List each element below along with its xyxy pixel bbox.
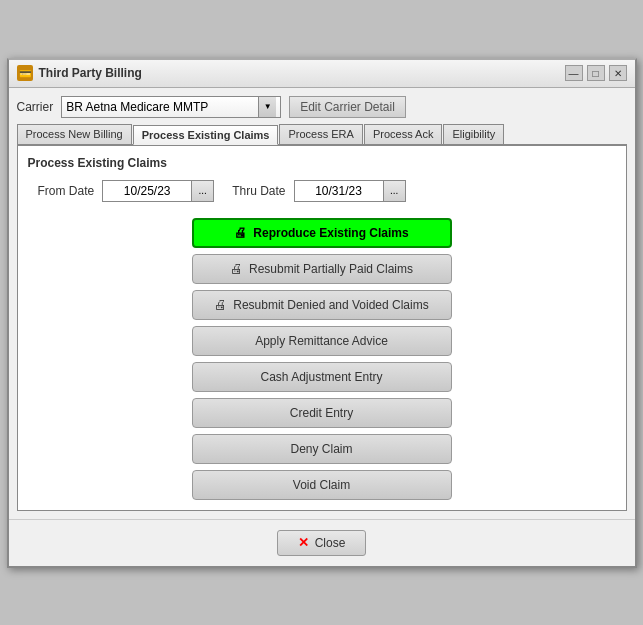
reproduce-icon: 🖨 [234,225,247,240]
title-bar: 💳 Third Party Billing — □ ✕ [9,60,635,88]
tab-process-ack[interactable]: Process Ack [364,124,443,144]
resubmit-denied-voided-button[interactable]: 🖨 Resubmit Denied and Voided Claims [192,290,452,320]
resubmit-denied-icon: 🖨 [214,297,227,312]
close-x-icon: ✕ [298,535,309,550]
thru-date-group: ... [294,180,406,202]
title-bar-left: 💳 Third Party Billing [17,65,142,81]
from-date-picker-button[interactable]: ... [192,180,214,202]
tabs-container: Process New Billing Process Existing Cla… [17,124,627,146]
void-claim-button[interactable]: Void Claim [192,470,452,500]
credit-entry-button[interactable]: Credit Entry [192,398,452,428]
apply-remittance-label: Apply Remittance Advice [255,334,388,348]
action-buttons-area: 🖨 Reproduce Existing Claims 🖨 Resubmit P… [28,218,616,500]
thru-date-picker-button[interactable]: ... [384,180,406,202]
credit-entry-label: Credit Entry [290,406,353,420]
reproduce-label: Reproduce Existing Claims [253,226,408,240]
tab-process-era[interactable]: Process ERA [279,124,362,144]
window-close-button[interactable]: ✕ [609,65,627,81]
carrier-dropdown-arrow: ▼ [258,97,276,117]
close-label: Close [315,536,346,550]
content-area: Carrier BR Aetna Medicare MMTP ▼ Edit Ca… [9,88,635,519]
edit-carrier-button[interactable]: Edit Carrier Detail [289,96,406,118]
close-button[interactable]: ✕ Close [277,530,367,556]
resubmit-partial-label: Resubmit Partially Paid Claims [249,262,413,276]
thru-date-label: Thru Date [232,184,285,198]
carrier-dropdown[interactable]: BR Aetna Medicare MMTP ▼ [61,96,281,118]
window-icon: 💳 [17,65,33,81]
panel-title: Process Existing Claims [28,156,616,170]
from-date-input[interactable] [102,180,192,202]
apply-remittance-advice-button[interactable]: Apply Remittance Advice [192,326,452,356]
reproduce-existing-claims-button[interactable]: 🖨 Reproduce Existing Claims [192,218,452,248]
resubmit-denied-label: Resubmit Denied and Voided Claims [233,298,428,312]
maximize-button[interactable]: □ [587,65,605,81]
void-claim-label: Void Claim [293,478,350,492]
from-date-label: From Date [38,184,95,198]
resubmit-partially-paid-button[interactable]: 🖨 Resubmit Partially Paid Claims [192,254,452,284]
thru-date-input[interactable] [294,180,384,202]
tab-eligibility[interactable]: Eligibility [443,124,504,144]
from-date-group: ... [102,180,214,202]
panel-body: Process Existing Claims From Date ... Th… [17,146,627,511]
minimize-button[interactable]: — [565,65,583,81]
title-controls: — □ ✕ [565,65,627,81]
deny-claim-button[interactable]: Deny Claim [192,434,452,464]
main-window: 💳 Third Party Billing — □ ✕ Carrier BR A… [7,58,637,568]
resubmit-partial-icon: 🖨 [230,261,243,276]
window-title: Third Party Billing [39,66,142,80]
carrier-row: Carrier BR Aetna Medicare MMTP ▼ Edit Ca… [17,96,627,118]
deny-claim-label: Deny Claim [290,442,352,456]
date-row: From Date ... Thru Date ... [28,180,616,202]
tab-process-existing-claims[interactable]: Process Existing Claims [133,125,279,145]
cash-adjustment-entry-button[interactable]: Cash Adjustment Entry [192,362,452,392]
footer: ✕ Close [9,519,635,566]
carrier-label: Carrier [17,100,54,114]
carrier-value: BR Aetna Medicare MMTP [66,100,208,114]
cash-adjustment-label: Cash Adjustment Entry [260,370,382,384]
tab-process-new-billing[interactable]: Process New Billing [17,124,132,144]
